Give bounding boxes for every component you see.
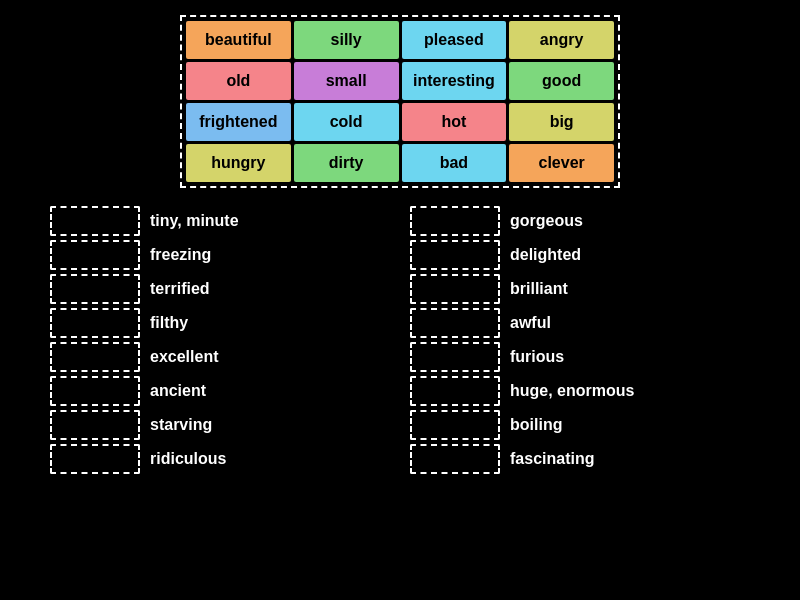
right-match-box-1[interactable] (410, 240, 500, 270)
right-match-row-3: awful (410, 308, 750, 338)
right-match-row-6: boiling (410, 410, 750, 440)
left-match-label-0: tiny, minute (150, 212, 239, 230)
right-match-row-4: furious (410, 342, 750, 372)
grid-cell-7[interactable]: good (509, 62, 614, 100)
left-match-row-5: ancient (50, 376, 390, 406)
grid-cell-13[interactable]: dirty (294, 144, 399, 182)
grid-cell-9[interactable]: cold (294, 103, 399, 141)
right-match-label-7: fascinating (510, 450, 594, 468)
left-match-label-5: ancient (150, 382, 206, 400)
right-match-box-2[interactable] (410, 274, 500, 304)
grid-cell-4[interactable]: old (186, 62, 291, 100)
left-match-box-0[interactable] (50, 206, 140, 236)
left-match-label-7: ridiculous (150, 450, 226, 468)
right-match-row-2: brilliant (410, 274, 750, 304)
grid-cell-0[interactable]: beautiful (186, 21, 291, 59)
right-matching-col: gorgeousdelightedbrilliantawfulfurioushu… (410, 206, 750, 474)
left-match-row-6: starving (50, 410, 390, 440)
left-match-box-4[interactable] (50, 342, 140, 372)
left-match-label-1: freezing (150, 246, 211, 264)
left-match-box-5[interactable] (50, 376, 140, 406)
grid-cell-6[interactable]: interesting (402, 62, 507, 100)
grid-cell-8[interactable]: frightened (186, 103, 291, 141)
left-match-label-2: terrified (150, 280, 210, 298)
left-match-box-7[interactable] (50, 444, 140, 474)
left-match-row-1: freezing (50, 240, 390, 270)
right-match-row-1: delighted (410, 240, 750, 270)
grid-cell-1[interactable]: silly (294, 21, 399, 59)
left-match-box-2[interactable] (50, 274, 140, 304)
right-match-label-2: brilliant (510, 280, 568, 298)
right-match-row-7: fascinating (410, 444, 750, 474)
right-match-box-0[interactable] (410, 206, 500, 236)
grid-cell-5[interactable]: small (294, 62, 399, 100)
left-matching-col: tiny, minutefreezingterrifiedfilthyexcel… (50, 206, 390, 474)
left-match-row-3: filthy (50, 308, 390, 338)
left-match-label-3: filthy (150, 314, 188, 332)
left-match-label-6: starving (150, 416, 212, 434)
matching-section: tiny, minutefreezingterrifiedfilthyexcel… (50, 206, 750, 474)
grid-cell-12[interactable]: hungry (186, 144, 291, 182)
right-match-box-5[interactable] (410, 376, 500, 406)
right-match-box-4[interactable] (410, 342, 500, 372)
left-match-row-4: excellent (50, 342, 390, 372)
right-match-label-3: awful (510, 314, 551, 332)
right-match-box-3[interactable] (410, 308, 500, 338)
left-match-box-1[interactable] (50, 240, 140, 270)
right-match-row-5: huge, enormous (410, 376, 750, 406)
right-match-label-6: boiling (510, 416, 562, 434)
grid-cell-11[interactable]: big (509, 103, 614, 141)
left-match-row-0: tiny, minute (50, 206, 390, 236)
right-match-box-6[interactable] (410, 410, 500, 440)
right-match-label-5: huge, enormous (510, 382, 634, 400)
left-match-label-4: excellent (150, 348, 218, 366)
grid-cell-15[interactable]: clever (509, 144, 614, 182)
right-match-label-0: gorgeous (510, 212, 583, 230)
left-match-row-2: terrified (50, 274, 390, 304)
grid-cell-2[interactable]: pleased (402, 21, 507, 59)
left-match-row-7: ridiculous (50, 444, 390, 474)
grid-cell-3[interactable]: angry (509, 21, 614, 59)
word-grid: beautifulsillypleasedangryoldsmallintere… (180, 15, 620, 188)
left-match-box-6[interactable] (50, 410, 140, 440)
right-match-label-1: delighted (510, 246, 581, 264)
left-match-box-3[interactable] (50, 308, 140, 338)
right-match-box-7[interactable] (410, 444, 500, 474)
right-match-label-4: furious (510, 348, 564, 366)
grid-cell-14[interactable]: bad (402, 144, 507, 182)
right-match-row-0: gorgeous (410, 206, 750, 236)
grid-cell-10[interactable]: hot (402, 103, 507, 141)
